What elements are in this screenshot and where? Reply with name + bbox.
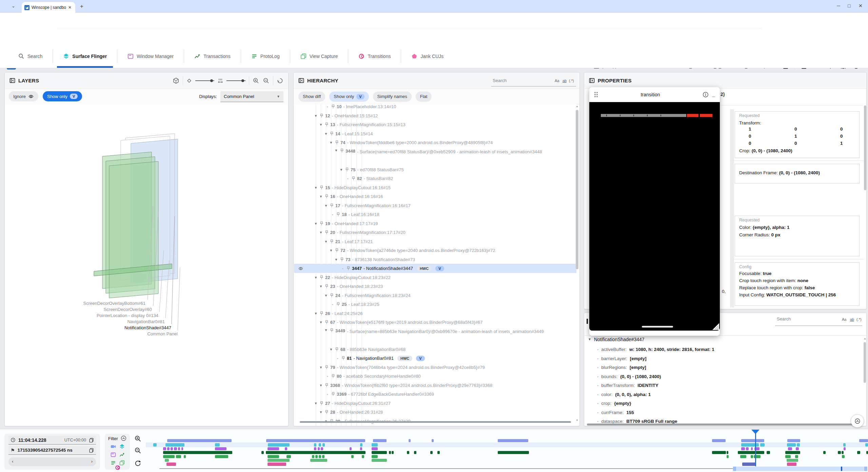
transition-window-titlebar[interactable]: transition _ <box>589 87 720 102</box>
hierarchy-node-15[interactable]: ▼15- HideDisplayCutout:16:16#15 <box>294 183 576 192</box>
trace-segment-screen-recording[interactable] <box>712 439 726 442</box>
minimap-left-handle[interactable] <box>733 467 736 471</box>
trace-segment-surface-flinger[interactable] <box>843 443 846 447</box>
trace-segment-transactions[interactable] <box>163 451 232 454</box>
rotation-slider[interactable] <box>195 80 214 81</box>
hierarchy-node-13[interactable]: ▼13- FullscreenMagnification:15:15#13 <box>294 120 576 129</box>
trace-segment-window-manager[interactable] <box>268 447 279 450</box>
scroll-up-arrow[interactable]: ▲ <box>864 337 866 340</box>
browser-tab[interactable]: Winscope | sandbox-FAIL ✕ <box>22 2 75 13</box>
vertical-scrollbar[interactable] <box>864 342 866 383</box>
timeline-reset-zoom-icon[interactable] <box>134 460 141 467</box>
pin-icon[interactable] <box>335 140 339 145</box>
displays-select[interactable]: Common Panel ▼ <box>220 91 283 102</box>
panel-collapse-icon[interactable] <box>298 78 304 83</box>
match-word-icon[interactable]: ab <box>563 79 567 83</box>
trace-segment-protolog[interactable] <box>215 455 228 458</box>
pin-icon[interactable] <box>320 114 323 118</box>
expand-arrow-icon[interactable]: ▼ <box>314 114 318 118</box>
nav-tab-transitions[interactable]: Transitions <box>348 50 401 63</box>
trace-segment-protolog[interactable] <box>322 455 324 458</box>
trace-segment-window-manager[interactable] <box>163 447 166 450</box>
hierarchy-node-75[interactable]: ▼75- ed70f88 StatusBar#75 <box>294 165 576 174</box>
trace-segment-view-capture[interactable] <box>310 459 327 462</box>
copy-icon[interactable] <box>89 437 94 442</box>
regex-icon[interactable]: (.*) <box>569 79 574 83</box>
panel-collapse-icon[interactable] <box>589 78 595 83</box>
expand-arrow-icon[interactable]: ▼ <box>314 312 318 315</box>
pin-icon[interactable] <box>335 347 339 352</box>
expand-arrow-icon[interactable]: ▼ <box>319 284 323 288</box>
scroll-up-arrow[interactable]: ▲ <box>576 105 578 108</box>
regex-icon[interactable]: (.*) <box>856 317 862 321</box>
pin-icon[interactable] <box>325 194 329 199</box>
property-row-barrierLayer[interactable]: ●barrierLayer:[empty] <box>597 356 647 361</box>
trace-segment-transactions[interactable] <box>407 451 409 454</box>
trace-segment-window-manager[interactable] <box>318 447 320 450</box>
expand-arrow-icon[interactable]: ▼ <box>314 186 318 190</box>
pin-icon[interactable] <box>320 275 323 280</box>
trace-segment-protolog[interactable] <box>163 455 175 458</box>
ignore-toggle[interactable]: Ignore <box>9 91 38 101</box>
pin-icon[interactable] <box>330 132 334 136</box>
trace-segment-screen-recording[interactable] <box>432 439 434 442</box>
trace-segment-window-manager[interactable] <box>360 447 362 450</box>
collapse-filter-icon[interactable] <box>121 435 126 441</box>
expand-arrow-icon[interactable]: ▼ <box>319 383 323 387</box>
trace-segment-surface-flinger[interactable] <box>760 443 765 447</box>
hierarchy-node-19[interactable]: ▼19- OneHanded:17:17#19 <box>294 219 576 228</box>
hierarchy-node-22[interactable]: ▼22- HideDisplayCutout:18:23#22 <box>294 273 576 282</box>
trace-segment-screen-recording[interactable] <box>498 439 528 442</box>
layer-label[interactable]: ScreenDecorOverlay#60 <box>104 307 152 312</box>
trace-segment-transactions[interactable] <box>437 451 440 454</box>
flat-toggle[interactable]: Flat <box>416 92 432 102</box>
hierarchy-search-input[interactable]: Search <box>493 78 507 83</box>
hierarchy-node-3369[interactable]: ●3369- 67726bf EdgeBackGestureHandler0#3… <box>294 390 576 399</box>
nav-tab-window-manager[interactable]: Window Manager <box>117 50 184 63</box>
trace-segment-window-manager[interactable] <box>372 447 378 450</box>
pin-icon[interactable] <box>330 293 334 298</box>
trace-segment-screen-recording[interactable] <box>859 439 868 442</box>
pin-icon[interactable] <box>335 248 339 253</box>
trace-segment-window-manager[interactable] <box>181 447 183 450</box>
hierarchy-node-80[interactable]: ●80- ace6abb SecondaryHomeHandle0#80 <box>294 372 576 381</box>
human-time-field[interactable]: 11:04:14.228 UTC+00:00 <box>8 436 96 445</box>
trace-segment-protolog[interactable] <box>372 455 378 458</box>
trace-segment-window-manager[interactable] <box>321 447 323 450</box>
trace-segment-window-manager[interactable] <box>314 447 316 450</box>
pin-icon[interactable] <box>331 392 335 396</box>
trace-segment-transactions[interactable] <box>372 451 387 454</box>
pin-icon[interactable] <box>345 168 349 172</box>
expand-arrow-icon[interactable]: ▼ <box>314 222 318 225</box>
trace-segment-view-capture[interactable] <box>787 459 798 462</box>
hierarchy-node-68[interactable]: ▼68- 885b63e NavigationBar0#68 <box>294 345 576 354</box>
trace-segment-window-manager[interactable] <box>178 447 180 450</box>
trace-segment-surface-flinger[interactable] <box>165 443 184 447</box>
trace-segment-surface-flinger[interactable] <box>215 443 220 447</box>
hierarchy-node-12[interactable]: ▼12- OneHanded:15:15#12 <box>294 111 576 120</box>
pin-icon[interactable] <box>347 266 350 271</box>
trace-segment-window-manager[interactable] <box>746 447 749 450</box>
ns-time-field[interactable]: ⚑ 1715339054227572545 ns <box>8 446 96 455</box>
expand-arrow-icon[interactable]: ▼ <box>339 168 343 172</box>
trace-segment-surface-flinger[interactable] <box>268 443 290 447</box>
3d-view-icon[interactable] <box>173 77 179 84</box>
hierarchy-node-72[interactable]: ▼72- WindowToken{a2746de type=2040 andro… <box>294 246 576 255</box>
trace-segment-transactions[interactable] <box>842 451 844 454</box>
properties-search-input[interactable]: Search <box>777 316 791 321</box>
window-manager-trace-icon[interactable] <box>111 452 116 457</box>
expand-arrow-icon[interactable]: ▼ <box>319 195 323 198</box>
trace-segment-transactions[interactable] <box>823 451 826 454</box>
trace-segment-transactions[interactable] <box>738 451 764 454</box>
horizontal-scrollbar[interactable] <box>587 424 855 426</box>
expand-arrow-icon[interactable]: ▼ <box>319 410 323 414</box>
expand-arrow-icon[interactable]: ▼ <box>324 204 328 208</box>
property-row-color[interactable]: ●color:(0, 0, 0), alpha: 1 <box>597 392 651 397</box>
new-tab-button[interactable]: + <box>80 3 83 9</box>
pin-icon[interactable] <box>320 185 323 190</box>
simplify-names-toggle[interactable]: Simplify names <box>373 92 412 102</box>
trace-segment-view-capture[interactable] <box>165 459 169 462</box>
next-entry-button[interactable]: › <box>91 459 93 464</box>
trace-segment-window-manager[interactable] <box>285 447 287 450</box>
layers-3d-canvas[interactable]: ScreenDecorOverlayBottom#61ScreenDecorOv… <box>5 104 288 426</box>
